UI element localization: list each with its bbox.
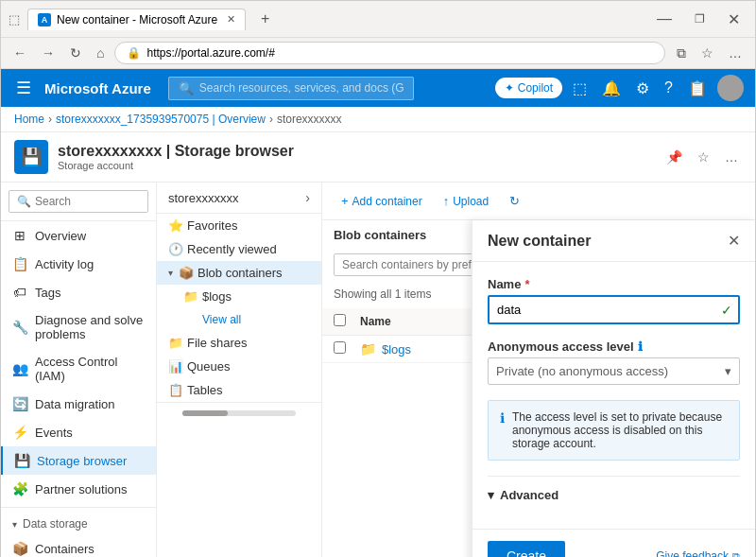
select-all-checkbox-col [334, 314, 360, 329]
cloud-shell-button[interactable]: ⬚ [568, 76, 592, 101]
restore-button[interactable]: ❐ [687, 10, 713, 27]
sidebar-item-activity-log[interactable]: 📋 Activity log [1, 250, 156, 278]
main-toolbar: + Add container ↑ Upload ↻ [322, 183, 755, 220]
azure-search-box: 🔍 [168, 77, 414, 100]
pin-button[interactable]: 📌 [662, 146, 686, 168]
access-level-help-icon[interactable]: ℹ [638, 339, 643, 354]
file-tree-header: storexxxxxxx › [157, 183, 321, 214]
feedback-link-icon: ⧉ [732, 550, 740, 558]
breadcrumb-storage[interactable]: storexxxxxxx_1735939570075 | Overview [56, 113, 266, 126]
extensions-button[interactable]: ⧉ [671, 43, 692, 64]
sidebar-search-field[interactable]: 🔍 [9, 190, 148, 213]
container-folder-icon: 📁 [360, 341, 376, 357]
name-valid-check-icon: ✓ [721, 303, 732, 318]
tree-item-queues[interactable]: 📊 Queues [157, 355, 321, 378]
user-avatar[interactable] [717, 75, 744, 101]
close-button[interactable]: ✕ [720, 9, 747, 30]
sidebar-search-input[interactable] [35, 195, 140, 208]
notifications-button[interactable]: 🔔 [597, 76, 626, 101]
sidebar-item-events[interactable]: ⚡ Events [1, 418, 156, 446]
forward-button[interactable]: → [37, 43, 60, 63]
sidebar-item-diagnose[interactable]: 🔧 Diagnose and solve problems [1, 306, 156, 348]
partner-solutions-icon: 🧩 [12, 481, 27, 496]
select-all-checkbox[interactable] [334, 314, 346, 326]
favorites-button[interactable]: ☆ [696, 43, 719, 63]
file-tree-collapse-button[interactable]: › [305, 190, 310, 205]
sidebar-divider-1 [1, 507, 156, 508]
file-shares-tree-icon: 📁 [168, 336, 181, 350]
access-level-select[interactable]: Private (no anonymous access) ▾ [488, 357, 740, 385]
upload-button[interactable]: ↑ Upload [436, 190, 497, 212]
file-tree-root-label: storexxxxxxx [168, 191, 238, 205]
row-checkbox[interactable] [334, 341, 346, 354]
help-button[interactable]: ? [660, 76, 678, 100]
feedback-link[interactable]: Give feedback ⧉ [656, 549, 740, 557]
back-button[interactable]: ← [9, 43, 31, 63]
reload-button[interactable]: ↻ [65, 43, 86, 63]
sidebar-item-partner-solutions[interactable]: 🧩 Partner solutions [1, 475, 156, 503]
address-input[interactable] [146, 46, 653, 60]
tree-item-logs[interactable]: 📁 $logs [172, 285, 321, 308]
refresh-button[interactable]: ↻ [502, 190, 527, 212]
browser-menu-button[interactable]: … [723, 43, 747, 63]
iam-icon: 👥 [12, 361, 27, 376]
tables-tree-icon: 📋 [168, 383, 181, 397]
nav-right-actions: ✦ Copilot ⬚ 🔔 ⚙ ? 📋 [495, 75, 744, 101]
window-controls: — ❐ ✕ [649, 9, 747, 30]
sidebar-search-area: 🔍 [1, 183, 156, 221]
settings-button[interactable]: ⚙ [631, 76, 654, 101]
diagnose-icon: 🔧 [12, 320, 27, 335]
sidebar-item-iam[interactable]: 👥 Access Control (IAM) [1, 348, 156, 390]
name-input[interactable] [488, 295, 740, 324]
sidebar-item-data-migration[interactable]: 🔄 Data migration [1, 390, 156, 418]
sidebar-item-overview[interactable]: ⊞ Overview [1, 221, 156, 250]
tree-item-favorites[interactable]: ⭐ Favorites [157, 214, 321, 237]
panel-close-button[interactable]: ✕ [728, 232, 740, 250]
name-form-group: Name * ✓ [488, 277, 740, 324]
sidebar-section-data-storage[interactable]: ▾ Data storage [1, 512, 156, 534]
sidebar-item-containers[interactable]: 📦 Containers [1, 534, 156, 557]
new-tab-button[interactable]: + [253, 7, 277, 31]
tab-title: New container - Microsoft Azure [57, 13, 217, 26]
favorites-tree-icon: ⭐ [168, 218, 181, 233]
file-tree: storexxxxxxx › ⭐ Favorites 🕐 Recently vi… [157, 183, 322, 557]
add-container-button[interactable]: + Add container [334, 190, 430, 212]
sidebar-item-tags[interactable]: 🏷 Tags [1, 278, 156, 306]
favorite-button[interactable]: ☆ [694, 146, 713, 168]
tree-item-file-shares[interactable]: 📁 File shares [157, 331, 321, 355]
more-actions-button[interactable]: … [721, 146, 742, 168]
tab-close-icon[interactable]: ✕ [227, 13, 235, 26]
home-button[interactable]: ⌂ [92, 43, 109, 63]
tree-item-tables[interactable]: 📋 Tables [157, 378, 321, 402]
copilot-button[interactable]: ✦ Copilot [495, 78, 562, 98]
sidebar-item-storage-browser[interactable]: 💾 Storage browser [1, 446, 156, 475]
row-name[interactable]: $logs [382, 342, 411, 357]
overview-icon: ⊞ [12, 228, 27, 243]
advanced-header[interactable]: ▾ Advanced [488, 488, 740, 502]
storage-icon: 💾 [14, 140, 48, 174]
name-required-indicator: * [524, 277, 529, 291]
tree-item-view-all[interactable]: View all [172, 308, 321, 331]
feedback-button[interactable]: 📋 [683, 76, 712, 101]
address-bar: 🔒 [114, 42, 665, 64]
storage-browser-icon: 💾 [14, 453, 29, 468]
browser-titlebar: ⬚ A New container - Microsoft Azure ✕ + … [1, 1, 755, 38]
tab-favicon: A [38, 13, 51, 26]
refresh-icon: ↻ [509, 194, 520, 208]
hamburger-menu[interactable]: ☰ [12, 74, 35, 102]
tree-item-recently-viewed[interactable]: 🕐 Recently viewed [157, 237, 321, 261]
azure-search-input[interactable] [199, 81, 404, 95]
toolbar-actions: ⧉ ☆ … [671, 43, 747, 64]
blob-containers-children: 📁 $logs View all [157, 285, 321, 331]
azure-logo: Microsoft Azure [44, 80, 151, 96]
create-button[interactable]: Create [488, 541, 565, 557]
queues-tree-icon: 📊 [168, 359, 181, 374]
logs-tree-icon: 📁 [183, 289, 197, 304]
tree-item-blob-containers[interactable]: ▾ 📦 Blob containers [157, 261, 321, 285]
minimize-button[interactable]: — [649, 9, 679, 29]
azure-top-nav: ☰ Microsoft Azure 🔍 ✦ Copilot ⬚ 🔔 ⚙ ? 📋 [1, 69, 755, 107]
page-header: 💾 storexxxxxxxx | Storage browser Storag… [1, 132, 755, 183]
browser-tab[interactable]: A New container - Microsoft Azure ✕ [27, 9, 246, 30]
data-storage-chevron-icon: ▾ [12, 519, 17, 530]
breadcrumb-home[interactable]: Home [14, 113, 44, 126]
